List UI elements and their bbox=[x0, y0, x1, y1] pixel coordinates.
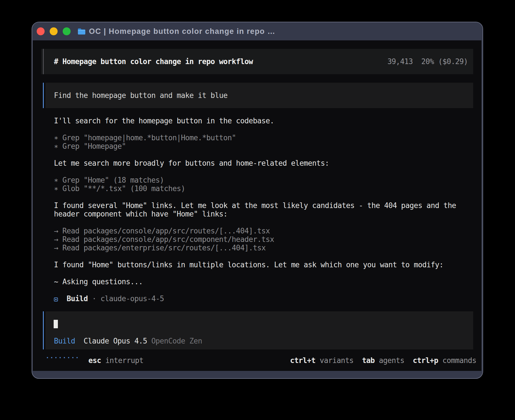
tool-call-line: → Read packages/enterprise/src/routes/[.… bbox=[33, 244, 481, 252]
spinner-dots-icon bbox=[47, 357, 78, 358]
blank-row bbox=[33, 150, 481, 159]
blank-row bbox=[33, 167, 481, 176]
prompt-input[interactable]: Build Claude Opus 4.5 OpenCode Zen bbox=[45, 311, 473, 349]
blank-row bbox=[33, 303, 481, 311]
zoom-button[interactable] bbox=[63, 27, 71, 35]
input-provider-label: OpenCode Zen bbox=[151, 337, 202, 345]
user-message-text: Find the homepage button and make it blu… bbox=[45, 91, 473, 100]
user-message-border bbox=[43, 83, 44, 108]
blank-row bbox=[33, 74, 481, 83]
assistant-text-line: I found "Home" buttons/links in multiple… bbox=[33, 261, 481, 269]
blank-row bbox=[33, 269, 481, 277]
tool-call-line: ∗ Grep "Home" (18 matches) bbox=[33, 176, 481, 184]
text-cursor bbox=[54, 320, 58, 328]
input-agent-label[interactable]: Build bbox=[54, 337, 75, 345]
blank-row bbox=[33, 286, 481, 294]
tool-call-line: → Read packages/console/app/src/componen… bbox=[33, 235, 481, 244]
window-titlebar[interactable]: OC | Homepage button color change in rep… bbox=[32, 22, 483, 40]
assistant-text-line: I'll search for the homepage button in t… bbox=[33, 117, 481, 125]
tool-call-line: ∗ Grep "homepage|home.*button|Home.*butt… bbox=[33, 134, 481, 142]
esc-hint: esc interrupt bbox=[88, 356, 143, 365]
agent-icon bbox=[54, 298, 58, 301]
prompt-input-meta: Build Claude Opus 4.5 OpenCode Zen bbox=[54, 337, 202, 345]
agent-status-row: Build · claude-opus-4-5 bbox=[33, 294, 481, 303]
keyboard-hints: ctrl+t variants tab agents ctrl+p comman… bbox=[290, 356, 476, 365]
blank-row bbox=[33, 218, 481, 227]
agent-model: · claude-opus-4-5 bbox=[88, 294, 164, 303]
user-message: Find the homepage button and make it blu… bbox=[45, 83, 473, 108]
folder-icon bbox=[77, 28, 86, 35]
desktop: OC | Homepage button color change in rep… bbox=[0, 0, 515, 420]
window-title: OC | Homepage button color change in rep… bbox=[89, 27, 275, 36]
status-bar: esc interrupt ctrl+t variants tab agents… bbox=[33, 356, 481, 365]
session-title: # Homepage button color change in repo w… bbox=[41, 57, 253, 66]
blank-row bbox=[33, 125, 481, 134]
prompt-input-border bbox=[43, 311, 44, 349]
assistant-text-line: I found several "Home" links. Let me loo… bbox=[33, 201, 481, 210]
agent-name: Build bbox=[58, 294, 88, 303]
minimize-button[interactable] bbox=[50, 27, 58, 35]
traffic-lights bbox=[37, 27, 71, 35]
tool-call-line: ∗ Grep "Homepage" bbox=[33, 142, 481, 150]
tool-call-line: ∗ Glob "**/*.tsx" (100 matches) bbox=[33, 184, 481, 193]
terminal-content[interactable]: # Homepage button color change in repo w… bbox=[33, 40, 481, 371]
tool-call-line: → Read packages/console/app/src/routes/[… bbox=[33, 227, 481, 235]
blank-row bbox=[33, 108, 481, 117]
session-stats: 39,413 20% ($0.29) bbox=[387, 57, 468, 66]
blank-row bbox=[33, 252, 481, 261]
session-header: # Homepage button color change in repo w… bbox=[41, 49, 473, 74]
close-button[interactable] bbox=[37, 27, 45, 35]
input-model-label[interactable]: Claude Opus 4.5 bbox=[84, 337, 147, 345]
blank-row bbox=[33, 193, 481, 201]
terminal-window[interactable]: OC | Homepage button color change in rep… bbox=[32, 22, 483, 379]
assistant-text-line: header component which have "Home" links… bbox=[33, 210, 481, 218]
status-text-line: ~ Asking questions... bbox=[33, 277, 481, 286]
assistant-text-line: Let me search more broadly for buttons a… bbox=[33, 159, 481, 167]
